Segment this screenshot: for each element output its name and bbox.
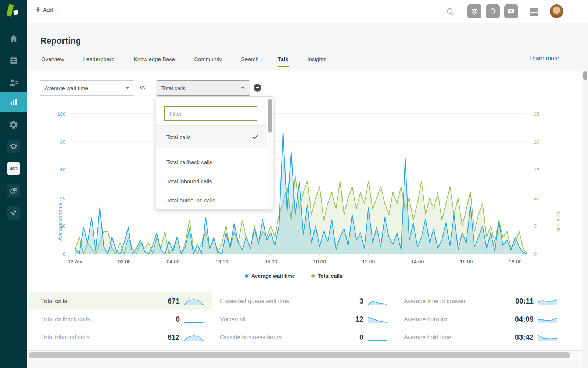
sidebar-app-mailchimp[interactable]	[7, 140, 20, 153]
stat-row-total-inbound-calls[interactable]: Total inbound calls 612	[29, 328, 212, 346]
search-icon[interactable]	[446, 7, 455, 16]
sparkline	[537, 297, 558, 306]
sidebar-item-tickets[interactable]	[0, 51, 27, 71]
sidebar-item-reporting[interactable]	[0, 92, 27, 112]
dropdown-item-total-inbound-calls[interactable]: Total inbound calls	[156, 172, 267, 191]
legend-dot-blue	[245, 274, 248, 278]
comparison-chart: 020406080100051015202513 Apr02:0004:0006…	[48, 109, 551, 263]
tab-insights[interactable]: Insights	[307, 56, 326, 67]
apps-grid-button[interactable]	[529, 7, 539, 18]
gear-icon	[9, 120, 18, 130]
mailchimp-monkey-icon	[9, 142, 18, 151]
stat-row-exceeded-queue-wait-time[interactable]: Exceeded queue wait time 3	[212, 292, 396, 310]
svg-text:16:00: 16:00	[460, 259, 473, 263]
zendesk-logo[interactable]	[6, 4, 21, 18]
stats-column-averages: Average time to answer 00:11 Average dur…	[396, 292, 566, 347]
legend-item-wait-time[interactable]: Average wait time	[245, 273, 295, 279]
svg-text:12:00: 12:00	[362, 259, 375, 263]
sidebar-app-tools[interactable]	[7, 206, 20, 220]
pie-chart-icon	[9, 186, 18, 195]
notifications-button[interactable]	[486, 4, 500, 18]
active-tab-underline	[278, 66, 289, 67]
stat-row-average-hold-time[interactable]: Average hold time 03:42	[396, 328, 566, 346]
svg-text:02:00: 02:00	[118, 259, 130, 263]
vertical-scrollbar-thumb[interactable]	[583, 71, 587, 80]
sidebar-item-admin[interactable]	[0, 115, 27, 135]
logo-white-square	[13, 10, 18, 15]
remove-metric-button[interactable]	[254, 84, 261, 92]
chart-legend: Average wait time Total calls	[27, 273, 560, 279]
svg-text:0: 0	[63, 251, 65, 257]
dropdown-item-total-callback-calls[interactable]: Total callback calls	[156, 153, 267, 171]
stat-row-average-duration[interactable]: Average duration 04:09	[396, 310, 566, 328]
svg-text:25: 25	[534, 111, 539, 117]
chat-button[interactable]	[504, 4, 518, 18]
sparkline	[183, 297, 204, 306]
svg-text:18:00: 18:00	[509, 259, 521, 263]
dropdown-item-total-outbound-calls[interactable]: Total outbound calls	[156, 191, 267, 209]
top-bar: Add	[27, 0, 588, 23]
metric1-select[interactable]: Average wait time	[39, 80, 135, 96]
sparkline	[367, 297, 388, 306]
check-icon	[252, 134, 258, 140]
filter-input[interactable]	[164, 106, 257, 121]
learn-more-link[interactable]: Learn more	[529, 55, 559, 62]
add-label: Add	[43, 7, 53, 13]
benchmark-button[interactable]	[467, 4, 481, 18]
dropdown-item-total-calls[interactable]: Total calls	[156, 125, 267, 148]
svg-text:5: 5	[534, 223, 537, 229]
chat-x-icon	[507, 7, 516, 16]
legend-dot-green	[311, 274, 315, 278]
sparkline	[367, 333, 388, 342]
chart-canvas: 020406080100051015202513 Apr02:0004:0006…	[48, 109, 551, 263]
tab-community[interactable]: Community	[194, 56, 222, 67]
heart-icon	[470, 7, 479, 16]
tab-leaderboard[interactable]: Leaderboard	[83, 56, 115, 67]
tab-search[interactable]: Search	[241, 56, 259, 67]
metric-dropdown-panel: Total calls Total callback calls Total i…	[156, 96, 273, 209]
svg-text:06:00: 06:00	[215, 259, 228, 263]
hammer-icon	[9, 209, 18, 217]
sparkline	[537, 333, 558, 342]
sparkline	[537, 315, 558, 324]
metric2-select[interactable]: Total calls	[156, 80, 250, 96]
stat-row-total-calls[interactable]: Total calls 671	[29, 292, 212, 310]
svg-text:100: 100	[57, 111, 65, 117]
dropdown-scrollbar-thumb[interactable]	[268, 99, 272, 133]
stats-column-queue: Exceeded queue wait time 3 Voicemail 12 …	[212, 292, 396, 347]
tab-talk[interactable]: Talk	[278, 56, 288, 67]
legend-item-total-calls[interactable]: Total calls	[311, 273, 343, 279]
page-title: Reporting	[40, 36, 81, 46]
grid-icon	[529, 7, 539, 17]
svg-text:04:00: 04:00	[166, 259, 179, 263]
tab-overview[interactable]: Overview	[41, 56, 64, 67]
stats-summary: Total calls 671 Total callback calls 0 T…	[27, 292, 582, 350]
chevron-down-icon	[241, 87, 245, 89]
svg-text:20: 20	[534, 139, 539, 145]
left-axis-title: Average wait time	[57, 130, 63, 314]
customers-icon	[8, 78, 19, 88]
chevron-down-icon	[126, 87, 129, 89]
horizontal-scrollbar-thumb[interactable]	[29, 352, 570, 358]
sidebar-item-customers[interactable]	[0, 73, 27, 93]
home-icon	[9, 34, 18, 43]
sidebar-item-home[interactable]	[0, 29, 27, 49]
stat-row-outside-business-hours[interactable]: Outside business hours 0	[212, 328, 396, 346]
minus-icon	[256, 87, 259, 88]
bell-icon	[488, 7, 497, 16]
stats-column-calls: Total calls 671 Total callback calls 0 T…	[29, 292, 212, 347]
sparkline	[183, 333, 204, 342]
user-avatar[interactable]	[550, 4, 563, 18]
vertical-scrollbar-track	[582, 70, 588, 368]
stat-row-total-callback-calls[interactable]: Total callback calls 0	[29, 310, 212, 328]
svg-text:15: 15	[534, 167, 539, 173]
add-button[interactable]: Add	[36, 7, 53, 13]
stat-row-average-time-to-answer[interactable]: Average time to answer 00:11	[396, 292, 566, 310]
sidebar-app-surveys[interactable]	[7, 184, 20, 197]
bottom-strip	[27, 360, 582, 368]
stat-row-voicemail[interactable]: Voicemail 12	[212, 310, 396, 328]
tab-knowledge-base[interactable]: Knowledge Base	[134, 56, 175, 67]
svg-text:10: 10	[534, 195, 539, 201]
page-header: Reporting Overview Leaderboard Knowledge…	[27, 24, 588, 70]
sidebar-app-ikb[interactable]: iKB	[7, 162, 20, 175]
